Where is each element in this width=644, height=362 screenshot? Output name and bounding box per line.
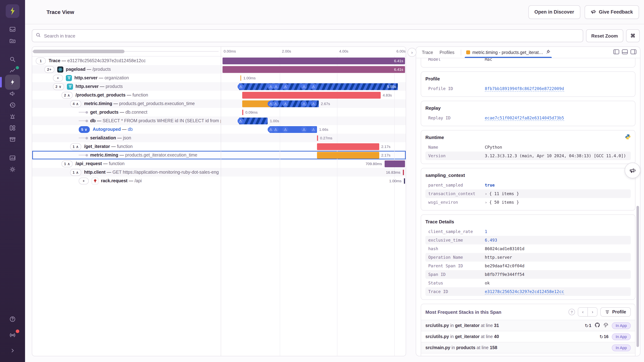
trace-row[interactable]: 1 ∧/get_iterator — function2.17s — [32, 142, 406, 151]
trace-row[interactable]: 2+pageload — /products6.41s — [32, 65, 406, 74]
layout-right-icon[interactable] — [630, 49, 636, 56]
profile-button[interactable]: Profile — [600, 307, 631, 317]
trace-row[interactable]: db — SELECT * FROM products WHERE id IN … — [32, 117, 406, 125]
trace-row[interactable]: 1Trace — e31278c256524c3297e2cd12458e12c… — [32, 56, 406, 65]
stack-frame-row[interactable]: src/utils.py in get_iterator at line 31↻… — [421, 320, 635, 331]
expand-chevron-icon[interactable]: › — [485, 200, 487, 204]
performance-issue-icon[interactable]: ⚠ — [310, 101, 316, 107]
trace-row[interactable]: metric.timing — products.get_iterator.ex… — [32, 151, 406, 159]
github-icon[interactable] — [595, 322, 600, 329]
kv-value-link[interactable]: ecae7c51f0024f2fa82e6314045d73b5 — [485, 115, 564, 121]
span-children-chip[interactable]: 2 ∨ — [53, 83, 64, 90]
sidebar-item-alerts[interactable] — [5, 111, 20, 122]
span-children-chip[interactable]: 1 ∧ — [70, 169, 81, 176]
panel-scrollbar-thumb[interactable] — [636, 206, 639, 347]
span-label: rack.request — /api — [101, 178, 142, 183]
span-duration-tick[interactable] — [404, 178, 405, 183]
layout-bottom-icon[interactable] — [622, 49, 628, 56]
sidebar-item-replays[interactable] — [5, 99, 20, 111]
scrollbar-thumb[interactable] — [33, 50, 124, 53]
kv-value-link[interactable]: e31278c256524c3297e2cd12458e12cc — [485, 289, 564, 294]
trace-row[interactable]: 4 ∧metric.timing — products.get_products… — [32, 99, 406, 108]
performance-issue-icon[interactable]: ⚠ — [273, 126, 279, 132]
performance-issue-icon[interactable]: ⚠ — [310, 83, 316, 90]
trace-row[interactable]: 2 ∧/products.get_products — function4.83… — [32, 91, 406, 99]
kv-value-link[interactable]: 8fb7bb1891994f8c862f206e8722009d — [485, 86, 564, 91]
span-duration-bar[interactable]: 6.41s — [222, 66, 405, 73]
sidebar-item-archive[interactable] — [5, 134, 20, 145]
help-icon[interactable]: ? — [568, 309, 575, 315]
sidebar-footer-broadcast[interactable] — [5, 329, 20, 341]
tab-profiles[interactable]: Profiles — [440, 47, 454, 58]
span-duration-bar[interactable]: 5.55s — [239, 83, 398, 90]
reset-zoom-button[interactable]: Reset Zoom — [586, 29, 623, 42]
frame-actions: ↻1In App — [584, 322, 631, 329]
panel-collapse-chevron-icon[interactable]: › — [408, 48, 416, 57]
trace-row[interactable]: +rack.request — /api1.00ms — [32, 177, 406, 185]
stacks-title: Most Frequent Stacks in this Span — [426, 309, 502, 315]
tab-span-detail[interactable]: metric.timing - products.get_iterat… — [466, 47, 550, 58]
trace-row[interactable]: 1 ∧http.client — GET https://application… — [32, 168, 406, 177]
span-tree-cell: +http.server — organization — [32, 74, 221, 82]
search-input[interactable] — [43, 33, 579, 39]
span-children-chip[interactable]: + — [79, 178, 89, 184]
span-duration-bar[interactable] — [317, 152, 379, 159]
sidebar-item-megaphone[interactable] — [5, 88, 20, 99]
span-children-chip[interactable]: 4 ∧ — [70, 100, 81, 107]
prev-page-button[interactable]: ‹ — [578, 308, 588, 316]
span-children-chip[interactable]: + — [53, 74, 63, 81]
trace-row[interactable]: 1 ∧/api_request — function709.80ms — [32, 159, 406, 168]
performance-issue-icon[interactable]: ⚠ — [273, 101, 279, 107]
span-children-chip[interactable]: 5 ∨ — [79, 126, 90, 133]
span-children-chip[interactable]: 1 ∧ — [62, 160, 73, 167]
stack-frame-row[interactable]: src/main.py in products at line 158In Ap… — [421, 342, 635, 353]
span-duration-tick[interactable] — [240, 75, 241, 81]
command-shortcut-button[interactable]: ⌘ — [626, 29, 640, 42]
performance-issue-icon[interactable]: ⚠ — [238, 118, 244, 124]
span-duration-label: 5.55s — [387, 83, 396, 90]
sidebar-item-projects[interactable] — [5, 35, 20, 46]
performance-issue-icon[interactable]: ⚠ — [273, 83, 279, 90]
umbrella-icon[interactable] — [603, 322, 608, 329]
span-duration-bar[interactable] — [242, 92, 380, 98]
trace-row[interactable]: +http.server — organization1.00ms — [32, 74, 406, 82]
sidebar-item-search[interactable] — [5, 54, 20, 65]
span-duration-bar[interactable] — [384, 160, 405, 167]
sidebar-item-issues[interactable] — [5, 23, 20, 35]
kv-value: true — [485, 182, 495, 187]
stack-frame-row[interactable]: src/utils.py in get_iterator at line 40↻… — [421, 331, 635, 342]
sidebar-item-performance[interactable] — [5, 75, 20, 90]
give-feedback-button[interactable]: Give Feedback — [584, 5, 639, 19]
key-value-row: Parent Span IDbe29daaf42c0f04d — [426, 262, 631, 270]
stack-frame-row[interactable]: Called from: flask/app.py in Flask.dispa… — [421, 353, 635, 356]
span-children-chip[interactable]: 2+ — [44, 66, 54, 73]
sidebar-footer-collapse[interactable] — [5, 345, 20, 356]
span-duration-bar[interactable]: 6.41s — [222, 57, 405, 64]
tab-trace[interactable]: Trace — [422, 47, 433, 58]
span-children-chip[interactable]: 1 ∧ — [70, 143, 81, 150]
trace-row[interactable]: 2 ∨http.server — products5.55s⚠⚠⚠⚠⚠⚠ — [32, 82, 406, 91]
next-page-button[interactable]: › — [588, 308, 597, 316]
sentry-logo[interactable] — [6, 4, 19, 18]
sidebar-footer-help[interactable] — [5, 313, 20, 325]
sidebar-item-stats[interactable] — [5, 152, 20, 164]
span-duration-bar[interactable] — [242, 100, 318, 107]
layout-left-icon[interactable] — [613, 49, 619, 56]
search-icon — [9, 56, 16, 63]
pin-icon[interactable] — [546, 49, 550, 55]
performance-issue-icon[interactable]: ⚠ — [310, 126, 316, 132]
span-duration-tick[interactable] — [403, 170, 404, 175]
span-duration-bar[interactable] — [317, 143, 379, 150]
trace-row[interactable]: 5 ∨Autogrouped — db1.66s⚠⚠⚠⚠⚠ — [32, 125, 406, 134]
span-children-chip[interactable]: 1 — [36, 57, 46, 64]
feedback-floating-button[interactable] — [625, 163, 640, 178]
open-in-discover-button[interactable]: Open in Discover — [528, 5, 580, 19]
sidebar-item-settings[interactable] — [5, 164, 20, 175]
span-duration-tick[interactable] — [242, 110, 243, 115]
sidebar-item-dashboards[interactable] — [5, 122, 20, 134]
expand-chevron-icon[interactable]: › — [485, 191, 487, 196]
trace-row[interactable]: serialization — json0.27ms — [32, 134, 406, 142]
span-duration-tick[interactable] — [317, 135, 318, 141]
trace-row[interactable]: get_products — db.connect0.09ms — [32, 108, 406, 117]
span-children-chip[interactable]: 2 ∧ — [62, 92, 73, 98]
